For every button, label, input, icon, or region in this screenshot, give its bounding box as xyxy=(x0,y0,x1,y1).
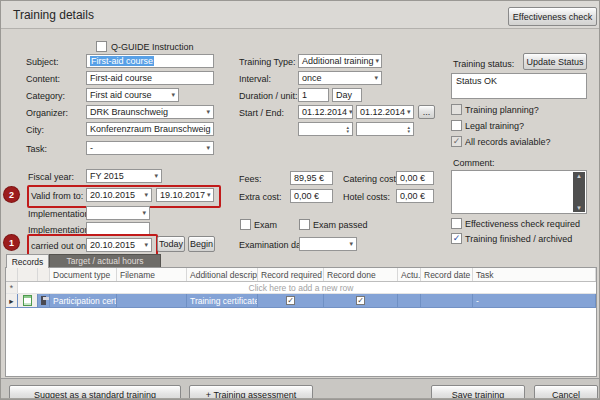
cell-record-date[interactable] xyxy=(421,294,473,307)
record-done-checkbox[interactable] xyxy=(356,296,365,305)
header-record-date[interactable]: Record date xyxy=(421,268,473,281)
cell-document-type[interactable]: Participation certificate xyxy=(50,294,117,307)
cell-record-required[interactable] xyxy=(258,294,324,307)
organizer-label: Organizer: xyxy=(26,108,68,118)
record-required-checkbox[interactable] xyxy=(286,296,295,305)
dropdown-arrow-icon: ▾ xyxy=(206,108,210,116)
implementation-to-select[interactable]: ▾ xyxy=(86,206,150,220)
catering-costs-value: 0,00 € xyxy=(400,173,425,183)
start-end-label: Start / End: xyxy=(239,108,284,118)
dropdown-arrow-icon: ▾ xyxy=(206,144,210,152)
cell-additional-description[interactable]: Training certificate xyxy=(187,294,258,307)
header-record-required[interactable]: Record required xyxy=(258,268,324,281)
end-time-spinner[interactable]: ▴▾ xyxy=(356,122,414,136)
unit-value: Day xyxy=(336,90,352,100)
comment-scrollbar[interactable]: ▲ ▼ xyxy=(573,172,585,212)
extra-cost-field[interactable]: 0,00 € xyxy=(290,189,333,203)
header-document-type[interactable]: Document type xyxy=(50,268,117,281)
spinner-arrows-icon[interactable]: ▴▾ xyxy=(346,125,349,133)
exam-checkbox[interactable] xyxy=(240,219,251,230)
document-attachment-icon xyxy=(23,295,32,306)
content-value: First-aid course xyxy=(90,73,152,83)
task-select[interactable]: - ▾ xyxy=(86,141,214,155)
dropdown-arrow-icon: ▾ xyxy=(171,91,175,99)
hotel-costs-label: Hotel costs: xyxy=(343,192,390,202)
unit-field[interactable]: Day xyxy=(332,88,362,102)
new-row[interactable]: * Click here to add a new row xyxy=(6,282,596,294)
scroll-up-icon[interactable]: ▲ xyxy=(576,173,582,179)
today-button[interactable]: Today xyxy=(157,236,185,252)
start-date-select[interactable]: 01.12.2014 ▾ xyxy=(298,105,353,119)
cell-task[interactable]: - xyxy=(473,294,596,307)
category-label: Category: xyxy=(26,91,65,101)
records-table: Document type Filename Additional descri… xyxy=(5,267,597,377)
training-status-box: Status OK xyxy=(451,73,587,99)
examination-date-select[interactable]: ▾ xyxy=(299,237,357,251)
all-records-available-checkbox[interactable] xyxy=(451,136,462,147)
fees-value: 89,95 € xyxy=(294,173,324,183)
exam-passed-checkbox[interactable] xyxy=(299,219,310,230)
category-select[interactable]: First aid course ▾ xyxy=(86,88,179,102)
comment-label: Comment: xyxy=(453,158,495,168)
cell-filename[interactable] xyxy=(117,294,187,307)
catering-costs-label: Catering costs: xyxy=(343,174,403,184)
catering-costs-field[interactable]: 0,00 € xyxy=(396,171,434,185)
cell-record-done[interactable] xyxy=(324,294,398,307)
tab-target-actual-hours[interactable]: Target / actual hours xyxy=(49,254,161,268)
spinner-arrows-icon[interactable]: ▴▾ xyxy=(407,125,410,133)
subject-field[interactable]: First-aid course xyxy=(86,54,214,68)
effectiveness-required-label: Effectiveness check required xyxy=(465,219,580,229)
table-row[interactable]: ▸ Participation certificate Training cer… xyxy=(6,294,596,308)
start-time-spinner[interactable]: ▴▾ xyxy=(298,122,353,136)
training-type-value: Additional training xyxy=(302,56,374,66)
header-actual[interactable]: Actu... xyxy=(398,268,421,281)
content-field[interactable]: First-aid course xyxy=(86,71,214,85)
subject-label: Subject: xyxy=(26,57,59,67)
hotel-costs-field[interactable]: 0,00 € xyxy=(396,189,434,203)
training-details-dialog: Training details Effectiveness check Q-G… xyxy=(0,0,600,400)
comment-textarea[interactable]: ▲ ▼ xyxy=(451,170,587,214)
cell-actual[interactable] xyxy=(398,294,421,307)
duration-field[interactable]: 1 xyxy=(298,88,329,102)
end-date-select[interactable]: 01.12.2014 ▾ xyxy=(356,105,414,119)
interval-label: Interval: xyxy=(239,74,271,84)
organizer-select[interactable]: DRK Braunschweig ▾ xyxy=(86,105,214,119)
update-status-button[interactable]: Update Status xyxy=(523,53,587,70)
scroll-down-icon[interactable]: ▼ xyxy=(576,205,582,211)
qguide-checkbox[interactable] xyxy=(96,41,107,52)
header-filename[interactable]: Filename xyxy=(117,268,187,281)
legal-training-checkbox[interactable] xyxy=(451,120,462,131)
table-header-row: Document type Filename Additional descri… xyxy=(6,268,596,282)
extra-cost-label: Extra cost: xyxy=(239,192,282,202)
fees-field[interactable]: 89,95 € xyxy=(290,171,333,185)
begin-button[interactable]: Begin xyxy=(188,236,215,252)
finished-archived-checkbox[interactable] xyxy=(451,233,462,244)
tab-records[interactable]: Records xyxy=(6,254,49,268)
city-field[interactable]: Konferenzraum Braunschweig xyxy=(86,122,214,136)
city-value: Konferenzraum Braunschweig xyxy=(90,124,211,134)
fiscal-year-select[interactable]: FY 2015 ▾ xyxy=(86,169,162,183)
dropdown-arrow-icon: ▾ xyxy=(349,108,353,116)
category-value: First aid course xyxy=(90,90,152,100)
training-status-label: Training status: xyxy=(453,59,514,69)
effectiveness-required-checkbox[interactable] xyxy=(451,218,462,229)
header-task[interactable]: Task xyxy=(473,268,596,281)
end-date-value: 01.12.2014 xyxy=(360,107,405,117)
dropdown-arrow-icon: ▾ xyxy=(142,209,146,217)
interval-select[interactable]: once ▾ xyxy=(298,71,382,85)
header-record-done[interactable]: Record done xyxy=(324,268,398,281)
more-dates-button[interactable]: ... xyxy=(418,105,435,119)
training-planning-checkbox[interactable] xyxy=(451,104,462,115)
training-planning-label: Training planning? xyxy=(465,105,539,115)
page-title: Training details xyxy=(13,8,94,22)
effectiveness-check-button[interactable]: Effectiveness check xyxy=(508,7,597,26)
task-label: Task: xyxy=(26,144,47,154)
new-row-hint[interactable]: Click here to add a new row xyxy=(6,282,596,293)
duration-value: 1 xyxy=(302,90,307,100)
training-type-select[interactable]: Additional training ▾ xyxy=(298,54,382,68)
legal-training-label: Legal training? xyxy=(465,121,524,131)
header-additional-description[interactable]: Additional description xyxy=(187,268,258,281)
dropdown-arrow-icon: ▾ xyxy=(374,74,378,82)
start-date-value: 01.12.2014 xyxy=(302,107,347,117)
dropdown-arrow-icon: ▾ xyxy=(376,57,380,65)
